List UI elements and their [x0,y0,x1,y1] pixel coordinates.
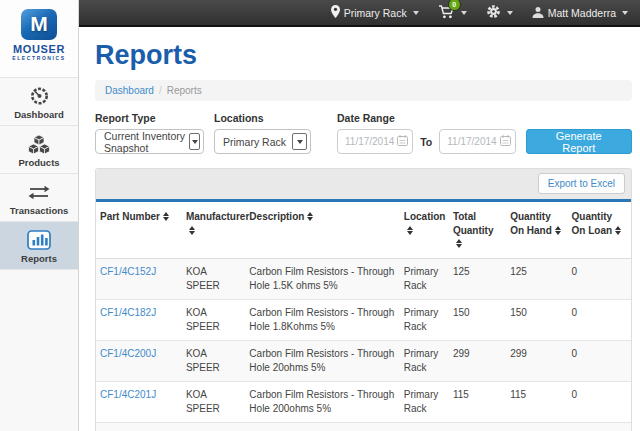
cell-location: Primary Rack [400,422,449,431]
column-label: Total Quantity [453,211,494,236]
cell-manufacturer: KOA SPEER [182,422,245,431]
date-to-input[interactable] [447,136,499,147]
cell-part-number: CF1/4C182J [96,299,182,340]
sidebar-nav: Dashboard Products [0,78,78,270]
sort-icon [163,212,170,221]
sort-icon [555,226,562,235]
locations-select[interactable]: Primary Rack [214,129,311,154]
main-content: Reports Dashboard/Reports Report Type Cu… [80,29,640,431]
select-arrow-icon [189,133,200,150]
breadcrumb: Dashboard/Reports [95,80,632,101]
location-menu[interactable]: Primary Rack [331,5,419,20]
column-header-part-number[interactable]: Part Number [96,202,182,258]
cell-total-quantity: 150 [449,299,506,340]
report-type-select[interactable]: Current Inventory Snapshot [95,129,204,154]
mouser-logo[interactable]: M MOUSER ELECTRONICS [0,0,78,78]
cell-quantity-on-hand: 150 [506,299,567,340]
cell-part-number: CF1/4C200J [96,340,182,381]
user-menu[interactable]: Matt Madderra [532,6,628,20]
sort-icon [307,212,314,221]
cart-menu[interactable]: 0 [438,5,467,21]
cell-part-number: CF1/4C2R2J [96,422,182,431]
column-label: Part Number [100,211,160,222]
sidebar-item-label: Transactions [0,205,78,216]
topbar: Primary Rack 0 Matt Madderra [79,0,640,27]
column-header-total-quantity[interactable]: Total Quantity [449,202,506,258]
cell-quantity-on-loan: 0 [568,340,631,381]
report-table: Part Number Manufacturer Description Loc… [96,202,631,431]
calendar-icon [397,135,408,148]
select-arrow-icon [292,133,307,150]
date-from-field[interactable] [337,129,413,154]
table-row: CF1/4C200J KOA SPEER Carbon Film Resisto… [96,340,631,381]
part-number-link[interactable]: CF1/4C201J [100,389,156,400]
chevron-down-icon [507,11,513,15]
report-type-label: Report Type [95,112,204,124]
location-pin-icon [331,5,340,20]
products-cubes-icon [0,133,78,155]
locations-group: Locations Primary Rack [214,112,327,154]
date-from-input[interactable] [345,136,397,147]
dashboard-gauge-icon [0,85,78,107]
column-header-location[interactable]: Location [400,202,449,258]
sidebar-item-reports[interactable]: Reports [0,222,78,270]
sidebar-item-transactions[interactable]: Transactions [0,174,78,222]
brand-subtitle: ELECTRONICS [0,55,78,61]
part-number-link[interactable]: CF1/4C152J [100,266,156,277]
cell-quantity-on-hand: 115 [506,381,567,422]
settings-menu[interactable] [486,4,513,21]
table-row: CF1/4C182J KOA SPEER Carbon Film Resisto… [96,299,631,340]
column-label: Quantity On Loan [572,211,613,236]
cart-badge: 0 [449,0,460,10]
location-label: Primary Rack [344,7,407,19]
cell-total-quantity: 125 [449,258,506,299]
cell-quantity-on-loan: 0 [568,381,631,422]
sidebar: M MOUSER ELECTRONICS Dashboard [0,0,79,431]
part-number-link[interactable]: CF1/4C200J [100,348,156,359]
table-row: CF1/4C152J KOA SPEER Carbon Film Resisto… [96,258,631,299]
cell-manufacturer: KOA SPEER [182,258,245,299]
column-label: Description [249,211,304,222]
cart-icon: 0 [438,5,455,21]
date-range-label: Date Range [337,112,632,124]
column-label: Quantity On Hand [510,211,552,236]
sort-icon [407,226,414,235]
column-header-description[interactable]: Description [245,202,399,258]
report-panel: Export to Excel Part Number Manufacturer… [95,168,632,431]
sidebar-item-label: Products [0,157,78,168]
cell-total-quantity: 300 [449,422,506,431]
breadcrumb-dashboard-link[interactable]: Dashboard [105,85,154,96]
cell-description: Carbon Film Resistors - Through Hole 200… [245,381,399,422]
sort-icon [456,239,463,248]
cell-location: Primary Rack [400,258,449,299]
panel-header: Export to Excel [96,169,631,199]
cell-location: Primary Rack [400,340,449,381]
sort-icon [615,226,622,235]
cell-quantity-on-hand: 125 [506,258,567,299]
cell-total-quantity: 299 [449,340,506,381]
sidebar-item-dashboard[interactable]: Dashboard [0,78,78,126]
date-to-field[interactable] [439,129,515,154]
user-icon [532,6,544,20]
sidebar-item-products[interactable]: Products [0,126,78,174]
export-to-excel-button[interactable]: Export to Excel [538,173,625,194]
column-header-quantity-on-loan[interactable]: Quantity On Loan [568,202,631,258]
column-header-manufacturer[interactable]: Manufacturer [182,202,245,258]
cell-description: Carbon Film Resistors - Through Hole 20o… [245,340,399,381]
cell-manufacturer: KOA SPEER [182,299,245,340]
chevron-down-icon [461,11,467,15]
column-header-quantity-on-hand[interactable]: Quantity On Hand [506,202,567,258]
date-range-group: Date Range To Gener [337,112,632,154]
sort-icon [189,226,196,235]
table-header-row: Part Number Manufacturer Description Loc… [96,202,631,258]
breadcrumb-separator: / [159,85,162,96]
report-type-value: Current Inventory Snapshot [104,130,189,154]
date-range-row: To Generate Report [337,129,632,154]
cell-quantity-on-hand: 299 [506,340,567,381]
part-number-link[interactable]: CF1/4C182J [100,307,156,318]
generate-report-button[interactable]: Generate Report [526,129,632,154]
cell-quantity-on-loan: 0 [568,299,631,340]
mouser-logo-icon: M [21,9,57,40]
column-label: Manufacturer [186,211,249,222]
transactions-arrows-icon [0,181,78,203]
